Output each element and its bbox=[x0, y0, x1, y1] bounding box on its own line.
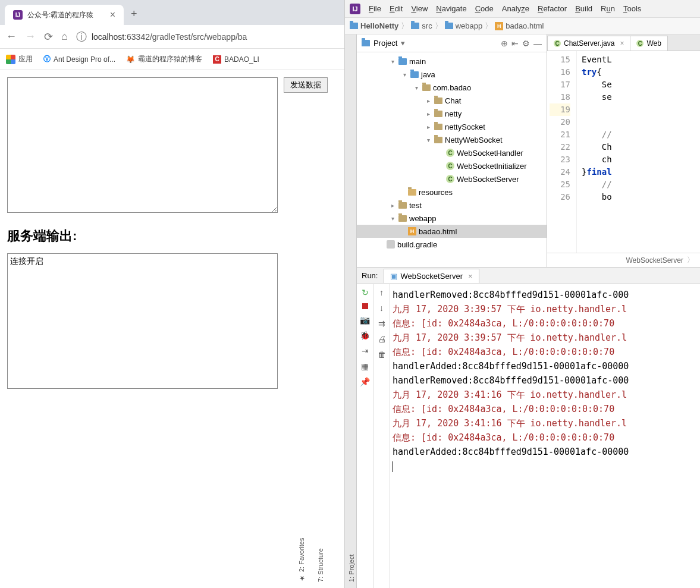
tree-row[interactable]: ▸netty bbox=[357, 107, 547, 120]
tab-label: ChatServer.java bbox=[564, 39, 614, 48]
apps-bookmark[interactable]: 应用 bbox=[6, 54, 33, 64]
pin-icon[interactable]: 📌 bbox=[360, 377, 370, 386]
console-line: handlerAdded:8cc84bfffed9d151-00001afc-0… bbox=[393, 445, 700, 459]
close-icon[interactable]: × bbox=[620, 39, 624, 48]
run-toolbar-right: ↑ ↓ ⇉ 🖨 🗑 bbox=[373, 284, 390, 588]
editor-tab[interactable]: CChatServer.java× bbox=[547, 36, 630, 51]
console-line: 九月 17, 2020 3:41:16 下午 io.netty.handler.… bbox=[393, 388, 700, 402]
tree-row[interactable]: ▾main bbox=[357, 55, 547, 68]
tree-row[interactable]: ▸nettySocket bbox=[357, 120, 547, 133]
tree-label: webapp bbox=[409, 214, 437, 223]
info-icon[interactable]: ⓘ bbox=[76, 30, 87, 44]
tree-row[interactable]: ▾com.badao bbox=[357, 81, 547, 94]
editor-tab[interactable]: CWeb bbox=[630, 36, 667, 51]
tool-structure[interactable]: 7: Structure bbox=[317, 40, 324, 582]
tree-label: resources bbox=[419, 188, 453, 197]
tree-label: WebSocketInitializer bbox=[457, 162, 527, 171]
console-line: handlerRemoved:8cc84bfffed9d151-00001afc… bbox=[393, 288, 700, 302]
run-tab[interactable]: ▣ WebSocketServer × bbox=[384, 269, 479, 283]
bc-label: src bbox=[422, 21, 432, 30]
back-icon[interactable]: ← bbox=[6, 30, 17, 43]
tree-row[interactable]: ▸Chat bbox=[357, 94, 547, 107]
reload-icon[interactable]: ⟳ bbox=[44, 30, 53, 43]
console-output[interactable]: handlerRemoved:8cc84bfffed9d151-00001afc… bbox=[390, 284, 700, 588]
browser-tab[interactable]: IJ 公众号:霸道的程序猿 × bbox=[5, 5, 124, 25]
breadcrumb-item[interactable]: Hbadao.html bbox=[495, 21, 544, 30]
blog-icon: 🦊 bbox=[126, 55, 135, 64]
layout-icon[interactable]: ▦ bbox=[361, 361, 369, 371]
menu-analyze[interactable]: Analyze bbox=[502, 4, 529, 13]
tree-row[interactable]: ▾java bbox=[357, 68, 547, 81]
target-icon[interactable]: ⊕ bbox=[501, 39, 508, 48]
project-label[interactable]: Project bbox=[373, 39, 397, 48]
breadcrumb-item[interactable]: webapp bbox=[445, 21, 483, 30]
stop-icon[interactable] bbox=[362, 303, 368, 309]
tree-row[interactable]: resources bbox=[357, 185, 547, 199]
menu-view[interactable]: View bbox=[411, 4, 428, 13]
new-tab-button[interactable]: + bbox=[124, 3, 145, 25]
bookmark-label: Ant Design Pro of... bbox=[54, 55, 115, 64]
output-textarea[interactable]: 连接开启 bbox=[7, 253, 278, 389]
rerun-icon[interactable]: ↻ bbox=[362, 288, 369, 297]
breadcrumb-item[interactable]: src bbox=[411, 21, 432, 30]
c-icon: C bbox=[213, 55, 221, 64]
menu-run[interactable]: Run bbox=[601, 4, 615, 13]
print-icon[interactable]: 🖨 bbox=[378, 334, 386, 344]
left-tool-strip: 1: Project 7: Structure ★ 2: Favorites bbox=[345, 34, 357, 588]
bug-icon[interactable]: 🐞 bbox=[360, 331, 370, 340]
menu-navigate[interactable]: Navigate bbox=[436, 4, 466, 13]
console-line: handlerAdded:8cc84bfffed9d151-00001afc-0… bbox=[393, 359, 700, 373]
class-icon: C bbox=[446, 149, 454, 157]
console-line: 九月 17, 2020 3:39:57 下午 io.netty.handler.… bbox=[393, 331, 700, 345]
tree-row-selected[interactable]: Hbadao.html bbox=[357, 225, 547, 238]
menu-refactor[interactable]: Refactor bbox=[538, 4, 567, 13]
folder-icon bbox=[411, 23, 419, 29]
close-tab-icon[interactable]: × bbox=[110, 10, 115, 20]
tree-row[interactable]: CWebSocketHandler bbox=[357, 146, 547, 159]
tool-project[interactable]: 1: Project bbox=[348, 40, 355, 582]
tree-row[interactable]: ▸test bbox=[357, 199, 547, 212]
gear-icon[interactable]: ⚙ bbox=[522, 39, 530, 48]
console-line: 信息: [id: 0x2484a3ca, L:/0:0:0:0:0:0:0:70 bbox=[393, 402, 700, 416]
home-icon[interactable]: ⌂ bbox=[61, 30, 68, 43]
crumb-label[interactable]: WebSocketServer bbox=[626, 256, 684, 265]
chrome-browser: IJ 公众号:霸道的程序猿 × + ← → ⟳ ⌂ ⓘ localhost:63… bbox=[0, 0, 345, 588]
tree-row[interactable]: CWebSocketServer bbox=[357, 172, 547, 185]
trash-icon[interactable]: 🗑 bbox=[378, 350, 386, 359]
bookmark-blog[interactable]: 🦊霸道的程序猿的博客 bbox=[126, 54, 202, 64]
tool-label: 2: Favorites bbox=[298, 538, 305, 572]
chevron-right-icon: 〉 bbox=[435, 21, 442, 32]
camera-icon[interactable]: 📷 bbox=[360, 315, 370, 325]
exit-icon[interactable]: ⇥ bbox=[362, 346, 369, 356]
tree-row[interactable]: ▾webapp bbox=[357, 212, 547, 225]
collapse-icon[interactable]: ⇤ bbox=[511, 39, 519, 48]
menu-edit[interactable]: Edit bbox=[390, 4, 403, 13]
tree-row[interactable]: build.gradle bbox=[357, 238, 547, 251]
folder-icon bbox=[398, 58, 407, 65]
project-pane: Project ▾ ⊕ ⇤ ⚙ — ▾main ▾java ▾com.badao… bbox=[357, 34, 547, 267]
menu-tools[interactable]: Tools bbox=[623, 4, 641, 13]
bookmark-ant[interactable]: ⓋAnt Design Pro of... bbox=[43, 54, 115, 64]
tool-favorites[interactable]: ★ 2: Favorites bbox=[297, 40, 305, 582]
code-area[interactable]: EventL try{ Se se // Ch ch }final // bo bbox=[577, 51, 700, 253]
down-icon[interactable]: ↓ bbox=[379, 303, 384, 313]
bookmark-badao[interactable]: CBADAO_LI bbox=[213, 55, 259, 64]
close-icon[interactable]: × bbox=[468, 272, 473, 281]
hide-icon[interactable]: — bbox=[533, 39, 542, 48]
menu-build[interactable]: Build bbox=[575, 4, 592, 13]
editor-body[interactable]: 151617181920212223242526 EventL try{ Se … bbox=[547, 51, 700, 253]
tree-row[interactable]: ▾NettyWebSocket bbox=[357, 133, 547, 146]
wrap-icon[interactable]: ⇉ bbox=[378, 319, 385, 328]
menu-code[interactable]: Code bbox=[475, 4, 494, 13]
tree-row[interactable]: CWebSocketInitializer bbox=[357, 159, 547, 172]
menu-file[interactable]: File bbox=[369, 4, 381, 13]
chevron-right-icon: 〉 bbox=[687, 255, 694, 265]
breadcrumb-item[interactable]: HelloNetty bbox=[350, 21, 398, 30]
console-line: 九月 17, 2020 3:41:16 下午 io.netty.handler.… bbox=[393, 416, 700, 430]
bookmark-label: BADAO_LI bbox=[224, 55, 259, 64]
chevron-down-icon[interactable]: ▾ bbox=[401, 39, 405, 48]
up-icon[interactable]: ↑ bbox=[379, 288, 384, 297]
run-label: Run: bbox=[362, 271, 378, 280]
input-textarea[interactable] bbox=[7, 77, 278, 213]
bookmark-label: 霸道的程序猿的博客 bbox=[138, 54, 202, 64]
